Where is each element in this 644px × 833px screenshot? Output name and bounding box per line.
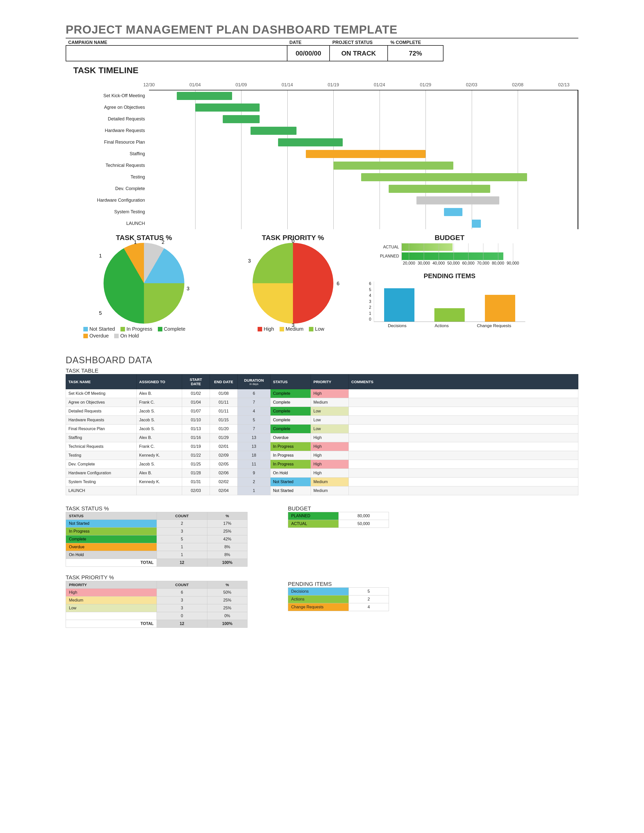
legend-overdue: Overdue [89, 333, 109, 339]
budget-actual-value: 50,000 [339, 520, 389, 528]
pending-chart: 6543210 [374, 281, 525, 322]
status-count: 3 [157, 527, 207, 536]
cell-duration: 11 [238, 460, 270, 469]
cell-start: 01/02 [182, 389, 210, 398]
gantt-date-label: 12/30 [143, 82, 155, 88]
legend-in-progress: In Progress [127, 326, 152, 332]
page-title: PROJECT MANAGEMENT PLAN DASHBOARD TEMPLA… [66, 23, 578, 36]
date-value[interactable]: 00/00/00 [287, 45, 330, 61]
pie-label: 6 [336, 281, 340, 286]
cell-priority: High [311, 451, 349, 460]
table-row: Agree on ObjectivesFrank C.01/0401/117Co… [66, 398, 578, 407]
gantt-task-label: Final Resource Plan [66, 136, 149, 148]
table-row: Set Kick-Off MeetingAlex B.01/0201/086Co… [66, 389, 578, 398]
priority-pct: 0% [207, 612, 248, 620]
gantt-task-label: Testing [66, 171, 149, 183]
th-name: TASK NAME [66, 374, 137, 389]
gantt-date-label: 02/03 [466, 82, 477, 88]
table-row: Detailed RequestsJacob S.01/0701/114Comp… [66, 407, 578, 416]
cell-comments[interactable] [349, 398, 578, 407]
cell-end: 02/05 [210, 460, 238, 469]
cell-duration: 1 [238, 486, 270, 495]
table-row: TestingKennedy K.01/2202/0918In Progress… [66, 451, 578, 460]
cell-comments[interactable] [349, 389, 578, 398]
status-pct: 8% [207, 543, 248, 551]
gantt-task-label: Detailed Requests [66, 113, 149, 125]
pending-chart-title: PENDING ITEMS [374, 272, 525, 280]
gantt-date-label: 02/13 [558, 82, 570, 88]
budget-tick: 50,000 [446, 261, 461, 265]
task-table: TASK NAME ASSIGNED TO START DATE END DAT… [66, 374, 578, 495]
cell-name: Hardware Configuration [66, 469, 137, 478]
cell-priority: Medium [311, 398, 349, 407]
cell-comments[interactable] [349, 425, 578, 433]
cell-comments[interactable] [349, 442, 578, 451]
gantt-task-label: Staffing [66, 148, 149, 159]
pending-ytick: 1 [369, 311, 371, 316]
cell-comments[interactable] [349, 451, 578, 460]
status-pct: 42% [207, 536, 248, 543]
cell-start: 01/19 [182, 442, 210, 451]
budget-actual-label: ACTUAL [379, 245, 402, 249]
cell-comments[interactable] [349, 469, 578, 478]
status-count: 1 [157, 543, 207, 551]
header-values: 00/00/00 ON TRACK 72% [66, 45, 578, 61]
gantt-bar [195, 103, 260, 112]
priority-label: High [66, 589, 157, 597]
gantt-bar [472, 220, 481, 228]
cell-start: 01/16 [182, 433, 210, 442]
cell-end: 02/06 [210, 469, 238, 478]
cell-comments[interactable] [349, 416, 578, 425]
status-count: 2 [157, 520, 207, 527]
cell-comments[interactable] [349, 460, 578, 469]
cell-status: In Progress [270, 451, 311, 460]
task-priority-table-title: TASK PRIORITY % [66, 574, 248, 581]
legend-complete: Complete [164, 326, 186, 332]
cell-comments[interactable] [349, 407, 578, 416]
th-comments: COMMENTS [349, 374, 578, 389]
priority-count: 3 [157, 597, 207, 604]
cell-duration: 18 [238, 451, 270, 460]
cell-name: Final Resource Plan [66, 425, 137, 433]
gantt-task-label: Agree on Objectives [66, 101, 149, 113]
budget-chart: ACTUAL PLANNED 20,00030,00040,00050,0006… [379, 243, 520, 265]
timeline-title: TASK TIMELINE [66, 65, 578, 75]
pending-ytick: 6 [369, 281, 371, 286]
cell-status: Complete [270, 416, 311, 425]
th-priority: PRIORITY [66, 581, 157, 589]
cell-name: Technical Requests [66, 442, 137, 451]
priority-pct: 25% [207, 597, 248, 604]
th-status: STATUS [66, 512, 157, 520]
status-value[interactable]: ON TRACK [330, 45, 388, 61]
complete-value: 72% [388, 45, 443, 61]
task-status-chart-title: TASK STATUS % [66, 234, 222, 242]
cell-comments[interactable] [349, 478, 578, 486]
pie-label: 1 [99, 253, 102, 259]
cell-status: Complete [270, 407, 311, 416]
pending-bar-decisions [384, 288, 414, 322]
budget-chart-title: BUDGET [374, 234, 525, 242]
status-label: Not Started [66, 520, 157, 527]
total-label: TOTAL [66, 559, 157, 567]
gantt-date-label: 01/29 [420, 82, 431, 88]
cell-comments[interactable] [349, 486, 578, 495]
th-end: END DATE [210, 374, 238, 389]
priority-label: Low [66, 604, 157, 612]
campaign-value[interactable] [66, 45, 287, 61]
priority-label [66, 612, 157, 620]
gantt-date-label: 02/08 [512, 82, 523, 88]
cell-status: Not Started [270, 486, 311, 495]
cell-start: 02/03 [182, 486, 210, 495]
total-pct: 100% [207, 559, 248, 567]
status-label: Overdue [66, 543, 157, 551]
status-pct: 17% [207, 520, 248, 527]
budget-tick: 70,000 [476, 261, 491, 265]
cell-comments[interactable] [349, 433, 578, 442]
th-count: COUNT [157, 581, 207, 589]
pending-label: Decisions [288, 588, 349, 595]
gantt-date-label: 01/19 [328, 82, 339, 88]
budget-tick: 60,000 [461, 261, 476, 265]
status-count: 5 [157, 536, 207, 543]
gantt-bar [333, 162, 453, 170]
th-priority: PRIORITY [311, 374, 349, 389]
